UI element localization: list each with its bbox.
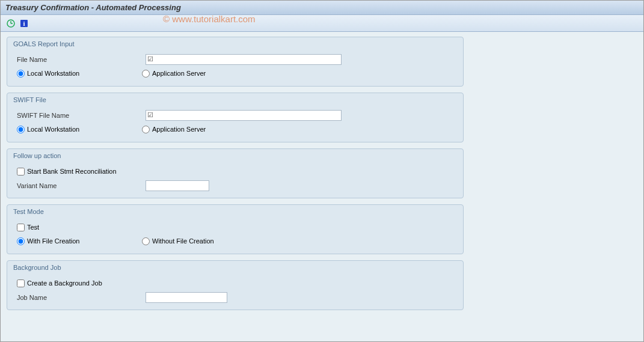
- job-name-input[interactable]: [146, 292, 227, 303]
- testmode-check-label: Test: [27, 224, 39, 231]
- swift-radio-server[interactable]: [142, 126, 150, 133]
- variant-name-label: Variant Name: [13, 182, 146, 189]
- testmode-radio-without-label: Without File Creation: [152, 237, 214, 245]
- variant-name-input[interactable]: [146, 180, 209, 191]
- group-goals-title: GOALS Report Input: [13, 38, 457, 51]
- testmode-radio-with[interactable]: [17, 237, 25, 245]
- bgjob-check-label: Create a Background Job: [27, 279, 102, 287]
- swift-radio-server-label: Application Server: [152, 126, 206, 133]
- bgjob-check[interactable]: [17, 279, 25, 287]
- goals-radio-server[interactable]: [142, 70, 150, 78]
- group-goals: GOALS Report Input File Name ☑ Local Wor…: [7, 37, 464, 87]
- group-swift: SWIFT File SWIFT File Name ☑ Local Works…: [7, 93, 464, 142]
- testmode-radio-without[interactable]: [142, 237, 150, 245]
- goals-radio-server-label: Application Server: [152, 70, 206, 77]
- group-testmode: Test Mode Test With File Creation Withou…: [7, 204, 464, 254]
- svg-text:i: i: [23, 20, 25, 27]
- group-followup: Follow up action Start Bank Stmt Reconci…: [7, 148, 464, 198]
- swift-file-name-input[interactable]: [146, 110, 342, 121]
- swift-radio-local-label: Local Workstation: [27, 126, 79, 133]
- testmode-radio-with-label: With File Creation: [27, 237, 79, 245]
- testmode-check[interactable]: [17, 224, 25, 231]
- group-testmode-title: Test Mode: [13, 206, 457, 219]
- swift-file-name-label: SWIFT File Name: [13, 112, 146, 119]
- goals-radio-local[interactable]: [17, 70, 25, 78]
- info-icon[interactable]: i: [19, 18, 29, 29]
- followup-check-label: Start Bank Stmt Reconciliation: [27, 168, 117, 175]
- goals-radio-local-label: Local Workstation: [27, 70, 79, 77]
- group-bgjob: Background Job Create a Background Job J…: [7, 260, 464, 310]
- swift-radio-local[interactable]: [17, 126, 25, 133]
- group-swift-title: SWIFT File: [13, 94, 457, 107]
- followup-check[interactable]: [17, 168, 25, 176]
- group-bgjob-title: Background Job: [13, 262, 457, 275]
- execute-icon[interactable]: [5, 18, 16, 29]
- group-followup-title: Follow up action: [13, 150, 457, 163]
- goals-file-name-input[interactable]: [146, 54, 342, 65]
- toolbar: i: [1, 15, 643, 32]
- page-title: Treasury Confirmation - Automated Proces…: [5, 3, 181, 12]
- title-bar: Treasury Confirmation - Automated Proces…: [1, 1, 643, 15]
- content-area: © www.tutorialkart.com GOALS Report Inpu…: [1, 32, 643, 341]
- job-name-label: Job Name: [13, 294, 146, 301]
- goals-file-name-label: File Name: [13, 56, 146, 63]
